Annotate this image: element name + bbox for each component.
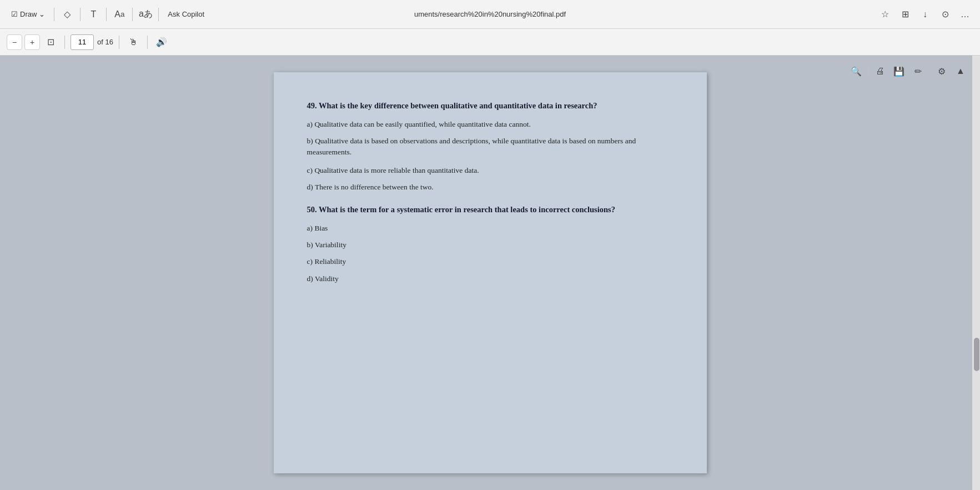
separator-cursor (147, 36, 148, 49)
ask-copilot-label: Ask Copilot (168, 10, 204, 18)
draw-checkbox-icon: ☑ (11, 10, 18, 18)
pdf-toolbar: − + ⊡ of 16 🖱 🔊 🔍 🖨 💾 ✏ ⚙ ▲ (0, 29, 980, 56)
more-options-icon[interactable]: … (957, 6, 973, 23)
cursor-tool-button[interactable]: 🖱 (125, 34, 142, 51)
page-total: of 16 (97, 38, 113, 46)
print-icon[interactable]: 🖨 (872, 63, 888, 79)
zoom-out-button[interactable]: − (7, 34, 22, 50)
search-icon[interactable]: 🔍 (848, 63, 865, 79)
text-tool-button[interactable]: T (85, 6, 102, 23)
save-icon[interactable]: 💾 (891, 63, 907, 79)
separator-4 (132, 8, 133, 21)
separator-2 (80, 8, 81, 21)
favorites-icon[interactable]: ☆ (877, 6, 893, 23)
toolbar-right-group: ☆ ⊞ ↓ ⊙ … (877, 6, 973, 23)
draw-chevron-icon: ⌄ (39, 10, 45, 18)
page-number-input[interactable] (71, 34, 94, 50)
separator-5 (158, 8, 159, 21)
q49-option-a: a) Qualitative data can be easily quanti… (307, 119, 674, 130)
extension-icon[interactable]: ↓ (917, 6, 933, 23)
q50-option-d: d) Validity (307, 273, 674, 284)
zoom-in-button[interactable]: + (24, 34, 40, 50)
main-content-area: 49. What is the key difference between q… (0, 56, 980, 490)
fit-page-button[interactable]: ⊡ (42, 34, 59, 51)
collapse-icon[interactable]: ▲ (952, 63, 969, 79)
question-50-title: 50. What is the term for a systematic er… (307, 204, 674, 216)
pdf-toolbar-right: 🔍 🖨 💾 ✏ ⚙ ▲ (848, 58, 969, 84)
q49-option-c: c) Qualitative data is more reliable tha… (307, 165, 674, 176)
font-size-button[interactable]: Aa (111, 6, 128, 23)
page-navigation: of 16 (71, 34, 113, 50)
scrollbar-thumb[interactable] (974, 338, 979, 371)
separator-1 (54, 8, 54, 21)
top-toolbar: ☑ Draw ⌄ ◇ T Aa aあ Ask Copilot uments/re… (0, 0, 980, 29)
vertical-scrollbar[interactable] (972, 56, 980, 490)
draw-label: Draw (20, 10, 37, 18)
read-aloud-button[interactable]: 🔊 (153, 34, 170, 51)
url-bar: uments/research%20in%20nursing%20final.p… (414, 0, 566, 29)
lasso-tool-button[interactable]: ◇ (59, 6, 76, 23)
toolbar-left-group: ☑ Draw ⌄ ◇ T Aa aあ Ask Copilot (7, 6, 209, 23)
pdf-page: 49. What is the key difference between q… (274, 72, 707, 473)
q50-option-c: c) Reliability (307, 256, 674, 267)
question-49-title: 49. What is the key difference between q… (307, 100, 674, 112)
settings-icon[interactable]: ⚙ (933, 63, 950, 79)
separator-page (119, 36, 119, 49)
q49-option-d: d) There is no difference between the tw… (307, 182, 674, 193)
separator-zoom (64, 36, 65, 49)
pen-icon[interactable]: ✏ (909, 63, 926, 79)
q50-option-b: b) Variability (307, 239, 674, 251)
font-format-button[interactable]: aあ (137, 6, 154, 23)
zoom-controls: − + ⊡ (7, 34, 59, 51)
sep-r1 (868, 64, 868, 78)
question-49-block: 49. What is the key difference between q… (307, 100, 674, 193)
sep-r2 (929, 64, 930, 78)
separator-3 (106, 8, 107, 21)
question-50-block: 50. What is the term for a systematic er… (307, 204, 674, 284)
profile-icon[interactable]: ⊙ (937, 6, 953, 23)
q50-option-a: a) Bias (307, 223, 674, 234)
ask-copilot-button[interactable]: Ask Copilot (163, 8, 209, 21)
split-view-icon[interactable]: ⊞ (897, 6, 913, 23)
draw-button[interactable]: ☑ Draw ⌄ (7, 8, 49, 21)
q49-option-b: b) Qualitative data is based on observat… (307, 136, 674, 158)
